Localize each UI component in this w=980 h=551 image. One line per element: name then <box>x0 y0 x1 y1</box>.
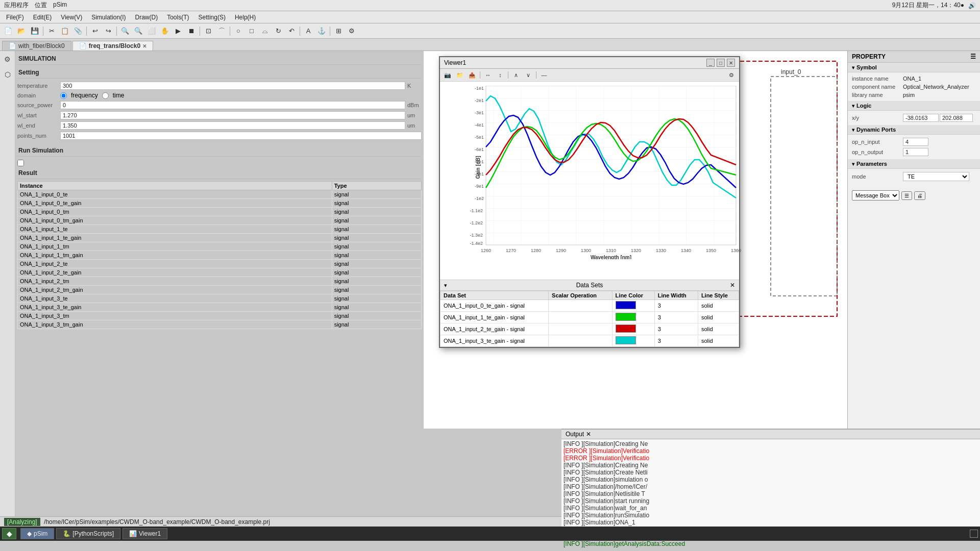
toolbar-undo[interactable]: ↩ <box>89 26 101 37</box>
wl-end-input[interactable] <box>60 121 405 130</box>
temperature-input[interactable] <box>60 82 405 90</box>
toolbar-hand[interactable]: ✋ <box>159 26 171 37</box>
xy-x-input[interactable] <box>903 114 939 122</box>
data-sets-header[interactable]: Data Sets ✕ <box>440 280 739 291</box>
tab-with-fiber[interactable]: 📄 with_fiber/Block0 <box>2 41 71 51</box>
menu-tools[interactable]: Tools(T) <box>163 13 193 22</box>
wl-start-input[interactable] <box>60 111 405 119</box>
toolbar-stop[interactable]: ⏹ <box>185 26 198 37</box>
toolbar-paste[interactable]: 📎 <box>72 26 84 37</box>
run-checkbox[interactable] <box>17 160 24 166</box>
viewer-maximize[interactable]: □ <box>717 59 725 67</box>
op-n-input-value[interactable] <box>903 138 928 146</box>
toolbar-text[interactable]: A <box>302 26 314 37</box>
toolbar-redo[interactable]: ↪ <box>102 26 114 37</box>
toolbar-grid[interactable]: ⊞ <box>332 26 345 37</box>
ds-style: solid <box>698 300 739 312</box>
toolbar-cut[interactable]: ✂ <box>45 26 58 37</box>
menu-draw[interactable]: Draw(D) <box>131 13 162 22</box>
menu-edit[interactable]: Edit(E) <box>29 13 56 22</box>
message-box-select[interactable]: Message Box <box>852 190 899 201</box>
menu-view[interactable]: View(V) <box>57 13 86 22</box>
toolbar-zoom-out[interactable]: 🔍 <box>119 26 131 37</box>
vt-camera[interactable]: 📷 <box>442 70 453 80</box>
vt-up[interactable]: ∧ <box>510 70 522 80</box>
symbol-section-title[interactable]: Symbol <box>848 63 980 72</box>
vt-settings[interactable]: ⚙ <box>726 70 737 80</box>
toolbar-copy[interactable]: 📋 <box>59 26 71 37</box>
toolbar-save[interactable]: 💾 <box>29 26 41 37</box>
op-n-output-value[interactable] <box>903 148 928 156</box>
taskbar-psim[interactable]: ◆ pSim <box>20 528 54 539</box>
domain-frequency-radio[interactable] <box>60 92 67 99</box>
vt-down[interactable]: ∨ <box>523 70 534 80</box>
output-tab-label[interactable]: Output <box>566 431 584 438</box>
toolbar-select[interactable]: ⬜ <box>145 26 158 37</box>
component-name-value: Optical_Network_Analyzer <box>903 84 969 90</box>
toolbar-rect[interactable]: □ <box>246 26 258 37</box>
domain-time-radio[interactable] <box>102 92 109 99</box>
mode-select[interactable]: TE TM Both <box>903 172 969 181</box>
toolbar-run[interactable]: ▶ <box>172 26 184 37</box>
viewer-close[interactable]: ✕ <box>727 59 735 67</box>
position-menu-label[interactable]: 位置 <box>35 1 47 10</box>
taskbar-python[interactable]: 🐍 [PythonScripts] <box>56 528 120 539</box>
result-table-row: ONA_1_input_2_te_gainsignal <box>18 268 422 277</box>
output-close[interactable]: ✕ <box>586 431 591 438</box>
viewer-minimize[interactable]: _ <box>706 59 715 67</box>
vt-arrows-v[interactable]: ↕ <box>495 70 506 80</box>
vt-arrows-h[interactable]: ↔ <box>482 70 494 80</box>
ds-name: ONA_1_input_1_te_gain - signal <box>440 312 549 323</box>
left-icon-comp[interactable]: ⬡ <box>2 68 14 81</box>
result-instance: ONA_1_input_3_te_gain <box>18 303 332 312</box>
parameters-section-title[interactable]: Parameters <box>848 159 980 169</box>
taskbar-window-icon <box>970 530 978 538</box>
toolbar-rotate[interactable]: ↻ <box>272 26 284 37</box>
logic-section-title[interactable]: Logic <box>848 101 980 111</box>
ds-width: 3 <box>654 312 698 323</box>
vt-folder[interactable]: 📁 <box>454 70 465 80</box>
result-type: signal <box>332 268 421 277</box>
tab-freq-trans[interactable]: 📄 freq_trans/Block0 ✕ <box>72 41 153 51</box>
menu-file[interactable]: File(F) <box>2 13 28 22</box>
result-col-instance: Instance <box>18 182 332 190</box>
msg-list-btn[interactable]: ☰ <box>901 191 912 200</box>
out-line-8: [INFO ][Simulation]Netlisitile T <box>564 490 980 497</box>
result-table-row: ONA_1_input_2_tmsignal <box>18 277 422 286</box>
result-title: Result <box>17 167 422 179</box>
toolbar-config[interactable]: ⚙ <box>346 26 358 37</box>
msg-print-btn[interactable]: 🖨 <box>914 191 925 200</box>
taskbar-start[interactable]: ◆ <box>2 528 16 539</box>
toolbar-new[interactable]: 📄 <box>2 26 14 37</box>
ds-col-color: Line Color <box>612 291 654 300</box>
xy-y-input[interactable] <box>940 114 973 122</box>
app-menu-label[interactable]: 应用程序 <box>4 1 29 10</box>
tab-close-freq[interactable]: ✕ <box>142 43 146 49</box>
dynamic-ports-section-title[interactable]: Dynamic Ports <box>848 125 980 135</box>
toolbar-route[interactable]: ⌒ <box>215 26 228 37</box>
toolbar-anchor[interactable]: ⚓ <box>315 26 328 37</box>
vt-export[interactable]: 📤 <box>467 70 478 80</box>
toolbar-circle[interactable]: ○ <box>232 26 244 37</box>
property-menu-icon[interactable]: ☰ <box>970 53 976 60</box>
data-sets-close[interactable]: ✕ <box>730 282 735 289</box>
toolbar-open[interactable]: 📂 <box>15 26 28 37</box>
svg-text:-5e1: -5e1 <box>475 135 484 140</box>
taskbar-viewer[interactable]: 📊 Viewer1 <box>122 528 167 539</box>
toolbar-undo2[interactable]: ↶ <box>285 26 298 37</box>
toolbar-zoom-in[interactable]: 🔍 <box>132 26 144 37</box>
out-line-9: [INFO ][Simulation]start running <box>564 497 980 505</box>
canvas-background[interactable]: Op input_0 Viewer1 _ □ ✕ <box>424 51 847 429</box>
left-icon-sim[interactable]: ⚙ <box>2 53 14 65</box>
source-power-input[interactable] <box>60 101 405 109</box>
menu-help[interactable]: Help(H) <box>231 13 260 22</box>
menu-simulation[interactable]: Simulation(I) <box>87 13 130 22</box>
menu-setting[interactable]: Setting(S) <box>194 13 230 22</box>
result-type: signal <box>332 251 421 260</box>
points-num-input[interactable] <box>60 132 422 140</box>
vt-minus[interactable]: — <box>538 70 550 80</box>
component-name-label: component name <box>852 84 903 90</box>
mode-row: mode TE TM Both <box>852 171 976 182</box>
toolbar-fit[interactable]: ⊡ <box>202 26 214 37</box>
toolbar-arc[interactable]: ⌓ <box>259 26 271 37</box>
